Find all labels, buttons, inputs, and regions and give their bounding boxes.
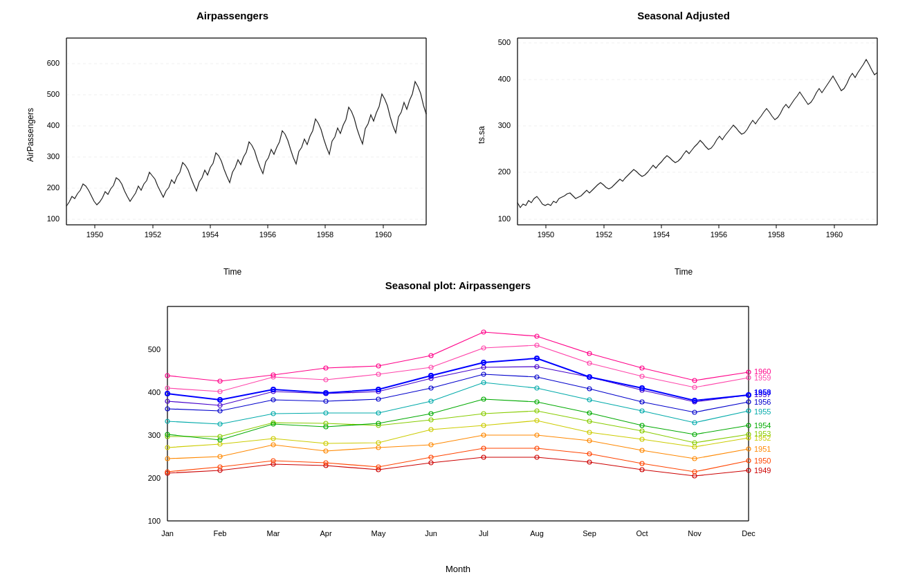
svg-text:600: 600 [47, 59, 59, 67]
svg-text:1950: 1950 [538, 230, 554, 239]
svg-text:Feb: Feb [214, 529, 227, 538]
svg-text:100: 100 [498, 214, 511, 223]
svg-text:1950: 1950 [86, 230, 103, 239]
svg-text:1956: 1956 [259, 230, 276, 239]
svg-text:1951: 1951 [754, 445, 771, 453]
seasonal-adjusted-panel: Seasonal Adjusted 100 200 300 400 500 19… [458, 7, 909, 277]
airpassengers-title: Airpassengers [196, 10, 268, 21]
svg-text:Jun: Jun [425, 529, 437, 538]
svg-text:300: 300 [148, 431, 161, 439]
svg-text:200: 200 [498, 167, 511, 176]
svg-text:300: 300 [498, 121, 511, 129]
svg-text:1958: 1958 [754, 388, 771, 396]
svg-text:100: 100 [148, 517, 161, 525]
seasonal-adjusted-chart: 100 200 300 400 500 1950 1952 1954 1956 [476, 24, 891, 264]
svg-text:1954: 1954 [202, 230, 219, 239]
main-container: Airpassengers 100 200 300 400 500 600 [0, 0, 916, 588]
svg-text:Sep: Sep [583, 529, 596, 538]
seasonal-plot-x-label: Month [446, 564, 470, 574]
svg-text:Oct: Oct [636, 529, 648, 538]
svg-text:1960: 1960 [375, 230, 392, 239]
svg-text:1960: 1960 [826, 230, 843, 239]
seasonal-plot-panel: Seasonal plot: Airpassengers 100 200 300… [7, 277, 909, 574]
svg-text:Mar: Mar [267, 529, 280, 538]
svg-text:1956: 1956 [754, 398, 771, 406]
svg-rect-58 [167, 306, 749, 521]
svg-text:1952: 1952 [145, 230, 161, 239]
svg-text:1950: 1950 [754, 457, 771, 465]
svg-text:Jan: Jan [161, 529, 174, 538]
svg-text:May: May [372, 529, 386, 538]
svg-text:100: 100 [47, 214, 59, 223]
svg-text:Nov: Nov [688, 529, 702, 538]
svg-text:1960: 1960 [754, 367, 771, 376]
svg-text:1952: 1952 [596, 230, 612, 239]
svg-text:500: 500 [498, 38, 511, 46]
svg-text:200: 200 [148, 474, 161, 482]
svg-text:AirPassengers: AirPassengers [26, 108, 35, 162]
svg-text:400: 400 [148, 388, 161, 396]
svg-text:1954: 1954 [754, 421, 771, 430]
seasonal-plot-chart: 100 200 300 400 500 Jan Feb Mar Apr May … [112, 293, 804, 562]
svg-text:ts.sa: ts.sa [477, 126, 486, 144]
svg-text:400: 400 [47, 121, 59, 129]
svg-text:1953: 1953 [754, 430, 771, 438]
svg-text:1954: 1954 [653, 230, 670, 239]
svg-text:400: 400 [498, 75, 511, 83]
svg-rect-30 [517, 38, 877, 225]
svg-text:500: 500 [148, 345, 161, 353]
svg-text:1949: 1949 [754, 466, 771, 475]
seasonal-adjusted-x-label: Time [675, 267, 693, 277]
svg-text:1955: 1955 [754, 407, 771, 416]
svg-text:Jul: Jul [479, 529, 488, 538]
airpassengers-panel: Airpassengers 100 200 300 400 500 600 [7, 7, 458, 277]
seasonal-adjusted-title: Seasonal Adjusted [637, 10, 730, 21]
svg-text:Dec: Dec [742, 529, 755, 538]
svg-text:Aug: Aug [530, 529, 544, 538]
svg-rect-0 [66, 38, 426, 225]
svg-text:Apr: Apr [320, 529, 331, 538]
svg-text:1958: 1958 [317, 230, 333, 239]
airpassengers-chart: 100 200 300 400 500 600 1950 1952 [25, 24, 440, 264]
airpassengers-x-label: Time [223, 267, 241, 277]
svg-text:300: 300 [47, 152, 59, 160]
top-row: Airpassengers 100 200 300 400 500 600 [7, 7, 909, 277]
seasonal-plot-title: Seasonal plot: Airpassengers [385, 279, 531, 291]
svg-text:1956: 1956 [711, 230, 727, 239]
svg-text:200: 200 [47, 183, 59, 192]
svg-text:1958: 1958 [768, 230, 785, 239]
svg-text:500: 500 [47, 90, 59, 98]
